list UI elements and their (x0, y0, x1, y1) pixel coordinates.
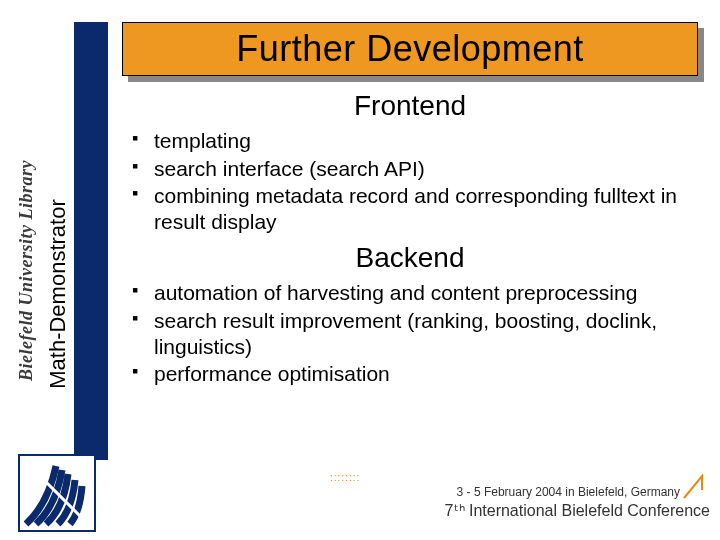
library-label: Bielefeld University Library (16, 160, 37, 381)
slide-title-bar: Further Development (122, 22, 698, 76)
slide-title: Further Development (236, 28, 584, 70)
list-item: combining metadata record and correspond… (128, 183, 698, 234)
backend-heading: Backend (122, 242, 698, 274)
list-item: templating (128, 128, 698, 154)
organization-logo (18, 454, 96, 532)
footer: :::::::: 3 - 5 February 2004 in Bielefel… (330, 472, 710, 532)
library-label-container: Bielefeld University Library (14, 120, 38, 420)
frontend-list: templating search interface (search API)… (122, 128, 698, 234)
footer-dots: :::::::: (330, 472, 710, 483)
side-label-container: Math-Demonstrator (46, 144, 70, 444)
backend-list: automation of harvesting and content pre… (122, 280, 698, 386)
frontend-heading: Frontend (122, 90, 698, 122)
list-item: search result improvement (ranking, boos… (128, 308, 698, 359)
footer-dates: 3 - 5 February 2004 in Bielefeld, German… (330, 485, 710, 499)
footer-arrow-icon (682, 472, 706, 500)
slide-content: Frontend templating search interface (se… (122, 82, 698, 389)
list-item: search interface (search API) (128, 156, 698, 182)
logo-icon (18, 454, 96, 532)
footer-conference: 7ᵗʰ International Bielefeld Conference (330, 501, 710, 520)
list-item: performance optimisation (128, 361, 698, 387)
side-label: Math-Demonstrator (45, 199, 71, 389)
left-accent-bar (74, 22, 108, 460)
list-item: automation of harvesting and content pre… (128, 280, 698, 306)
